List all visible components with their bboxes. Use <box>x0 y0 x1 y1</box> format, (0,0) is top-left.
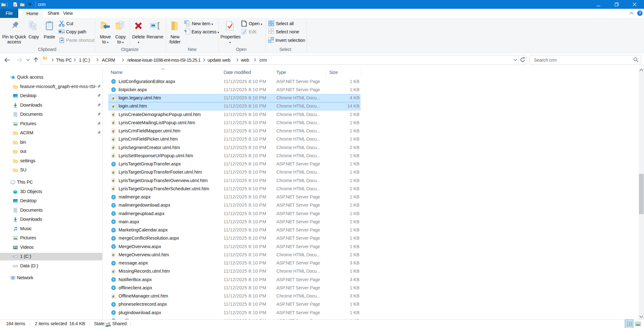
svg-text:?: ? <box>639 11 641 15</box>
